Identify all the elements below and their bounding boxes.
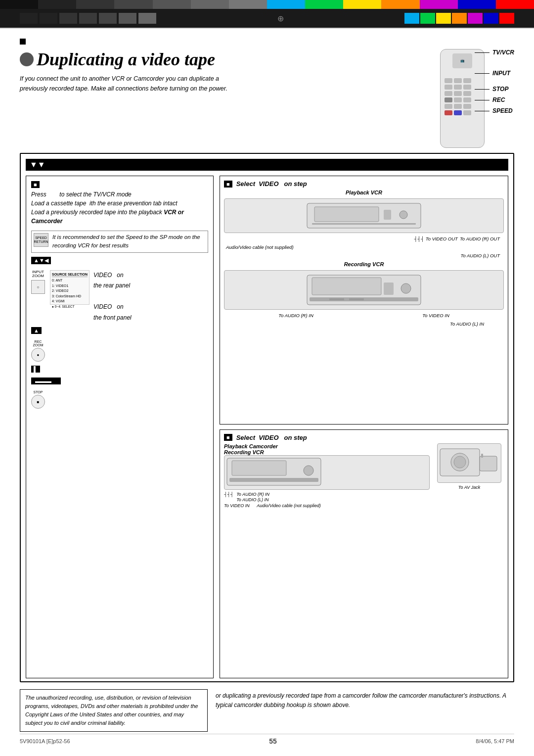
connection-labels-top: ┤┤┤ To VIDEO OUT To AUDIO (R) OUT xyxy=(224,236,500,241)
step-slash-section: ▌ xyxy=(31,366,208,375)
camcorder-image xyxy=(437,443,501,483)
title-bullet-icon xyxy=(20,52,34,66)
remote-labels: TV/VCR INPUT STOP REC xyxy=(475,49,514,114)
recording-vcr-label2: Recording VCR xyxy=(224,449,430,455)
content-columns: ■ Press to select the TV/VCR mode Load a… xyxy=(26,176,508,678)
footer-right: 8/4/06, 5:47 PM xyxy=(476,738,514,744)
to-audio-r-out-label: To AUDIO (R) OUT xyxy=(460,236,500,241)
vcr-diagram: Playback VCR xyxy=(224,189,504,327)
stripe-right-blocks xyxy=(404,13,514,24)
step1-text: Press to select the TV/VCR mode Load a c… xyxy=(31,190,208,226)
svg-point-18 xyxy=(454,456,466,468)
input-section: INPUTZOOM ○ SOURCE SELECTION 0: ANT1: VI… xyxy=(31,270,208,324)
cam-audio-cable: Audio/Video cable (not supplied) xyxy=(257,503,320,508)
step-rec-section: ▲ xyxy=(31,327,208,336)
remote-label-tvcvr: TV/VCR xyxy=(492,49,514,56)
recording-vcr-label: Recording VCR xyxy=(224,261,504,267)
title-left: Duplicating a video tape If you connect … xyxy=(20,49,415,94)
step-avk-header: ▲▼◀ xyxy=(31,257,51,264)
cam-recording-vcr-box xyxy=(224,455,430,490)
top-color-bar xyxy=(0,0,534,9)
to-audio-l-in-text: To AUDIO (L) IN xyxy=(450,321,484,327)
speed-text: It is recommended to set the Speed to th… xyxy=(52,233,206,250)
svg-rect-3 xyxy=(384,210,391,220)
main-content-box: ▼▼ ■ Press to select the TV/VCR mode Loa… xyxy=(20,153,514,682)
svg-rect-11 xyxy=(349,298,364,300)
to-video-out-label: To VIDEO OUT xyxy=(426,236,458,241)
cam-audio-l-in: To AUDIO (L) IN xyxy=(236,497,269,502)
svg-rect-20 xyxy=(481,454,483,458)
step-rec-header: ▲ xyxy=(31,327,42,334)
svg-point-14 xyxy=(304,466,313,475)
camcorder-note-text: or duplicating a previously recorded tap… xyxy=(216,692,506,709)
to-video-in-label: To VIDEO IN xyxy=(422,313,449,318)
to-audio-l-out-text: To AUDIO (L) OUT xyxy=(460,253,500,258)
to-audio-r-in-label: To AUDIO (R) IN xyxy=(278,313,313,318)
rec-button-icon: ● xyxy=(31,348,45,362)
playback-vcr-box xyxy=(224,198,504,233)
subtitle-text: If you connect the unit to another VCR o… xyxy=(20,74,227,94)
svg-rect-8 xyxy=(384,283,394,295)
playback-camcorder-label: Playback Camcorder xyxy=(224,443,430,449)
right-column: ■ Select VIDEO on step Playback VCR xyxy=(220,176,508,678)
svg-rect-19 xyxy=(480,456,497,471)
remote-illustration: 📺 xyxy=(415,49,514,148)
camcorder-note: or duplicating a previously recorded tap… xyxy=(214,689,514,732)
svg-rect-10 xyxy=(329,298,344,300)
top-stripe: ⊕ xyxy=(0,9,534,28)
stripe-left-blocks xyxy=(20,13,156,24)
right-bottom-title: Select VIDEO on step xyxy=(236,434,307,441)
cam-to-video-in: To VIDEO IN xyxy=(224,503,250,508)
page-content: Duplicating a video tape If you connect … xyxy=(0,29,534,756)
step-slash-header: ▌ xyxy=(31,366,40,373)
left-column: ■ Press to select the TV/VCR mode Load a… xyxy=(26,176,214,678)
svg-rect-6 xyxy=(312,278,381,295)
source-selection-box: SOURCE SELECTION 0: ANT1: VIDEO12: VIDEO… xyxy=(50,270,89,305)
cam-video-in-label: To VIDEO IN Audio/Video cable (not suppl… xyxy=(224,503,430,508)
step-stop-header: ▬▬▬ xyxy=(31,378,61,384)
right-top-step-header: ■ xyxy=(224,181,232,188)
step-stop-section: ▬▬▬ xyxy=(31,378,208,386)
remote-label-stop: STOP xyxy=(492,86,508,93)
remote-label-input: INPUT xyxy=(492,70,510,77)
speed-icon: SPEEDRETURN xyxy=(34,233,48,247)
audio-video-cable-label: Audio/Video cable (not supplied) xyxy=(226,244,504,250)
svg-point-2 xyxy=(400,211,407,219)
step-avk-section: ▲▼◀ xyxy=(31,257,208,266)
bottom-area: The unauthorized recording, use, distrib… xyxy=(20,689,514,732)
main-title: Duplicating a video tape xyxy=(20,49,415,70)
right-bottom-step-header: ■ xyxy=(224,434,232,441)
cam-connection-labels: ┤┤┤ To AUDIO (R) IN To AUDIO (L) IN xyxy=(224,492,430,502)
rec-section: RECZOOM ● xyxy=(31,340,208,362)
to-av-jack-label: To AV Jack xyxy=(458,485,480,490)
page-title: Duplicating a video tape xyxy=(37,49,215,70)
page-footer: 5V90101A [E]p52-56 55 8/4/06, 5:47 PM xyxy=(20,734,514,746)
remote-label-rec: REC xyxy=(492,96,505,103)
right-top-title: Select VIDEO on step xyxy=(236,180,307,188)
warning-text: The unauthorized recording, use, distrib… xyxy=(25,695,198,726)
camcorder-box: ■ Select VIDEO on step Playback Camcorde… xyxy=(220,429,508,678)
step1-header: ■ xyxy=(31,181,40,188)
step1-section: ■ Press to select the TV/VCR mode Load a… xyxy=(31,181,208,226)
input-labels: VIDEO onthe rear panel VIDEO onthe front… xyxy=(93,270,132,324)
content-header-bar: ▼▼ xyxy=(26,159,508,171)
svg-rect-15 xyxy=(229,478,318,482)
remote-label-speed: SPEED xyxy=(492,107,513,114)
vcr-to-vcr-box: ■ Select VIDEO on step Playback VCR xyxy=(220,176,508,425)
cam-audio-r-in: To AUDIO (R) IN xyxy=(236,492,269,497)
camcorder-right: To AV Jack xyxy=(435,443,504,508)
stop-section: STOP ■ xyxy=(31,390,208,409)
camcorder-diagram: Playback Camcorder Recording VCR xyxy=(224,443,504,508)
svg-rect-13 xyxy=(232,461,286,475)
to-audio-l-out-label: To AUDIO (L) OUT xyxy=(224,253,500,258)
playback-vcr-label: Playback VCR xyxy=(224,189,504,195)
title-section: Duplicating a video tape If you connect … xyxy=(20,49,514,148)
svg-rect-4 xyxy=(312,223,416,225)
svg-point-7 xyxy=(401,284,411,293)
connection-labels-bottom: To AUDIO (R) IN To VIDEO IN xyxy=(224,313,504,318)
speed-section: SPEEDRETURN It is recommended to set the… xyxy=(31,231,208,253)
input-text-area: SOURCE SELECTION 0: ANT1: VIDEO12: VIDEO… xyxy=(50,270,132,324)
footer-left: 5V90101A [E]p52-56 xyxy=(20,738,70,744)
input-button-icon: ○ xyxy=(31,280,45,294)
stop-button-icon: ■ xyxy=(31,395,45,409)
